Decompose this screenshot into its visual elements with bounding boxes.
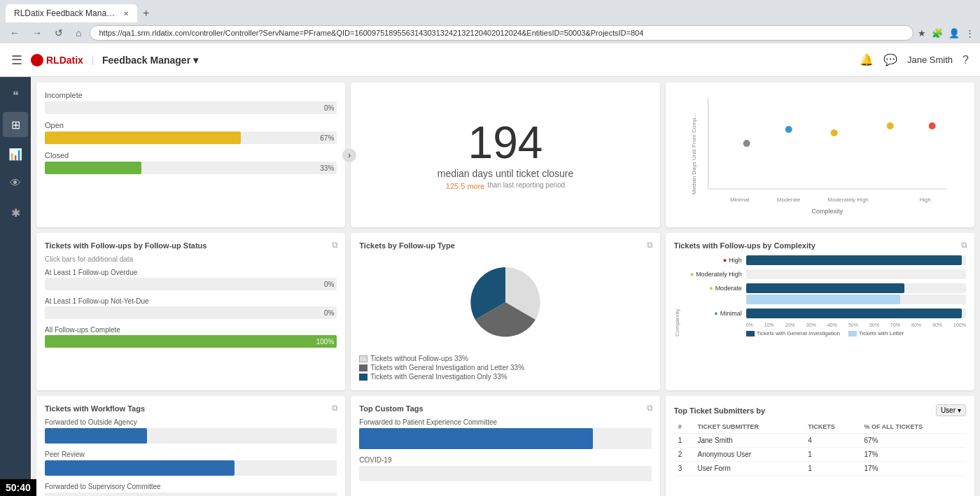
sidebar-item-asterisk[interactable]: ✱ bbox=[3, 200, 28, 225]
tab-title: RLDatix Feedback Manager v9.0 bbox=[14, 8, 119, 18]
closed-bar bbox=[45, 162, 141, 174]
notifications-icon[interactable]: 🔔 bbox=[860, 53, 874, 66]
sidebar-item-grid[interactable]: ⊞ bbox=[3, 112, 28, 137]
followup-overdue-pct: 0% bbox=[324, 281, 334, 288]
legend-label-1: Tickets without Follow-ups 33% bbox=[370, 355, 468, 362]
wf-bar-container-1 bbox=[45, 428, 337, 444]
complexity-high-bar-container bbox=[746, 255, 966, 265]
custom-tags-card: Top Custom Tags ⧉ Forwarded to Patient E… bbox=[351, 396, 659, 496]
top-row: Incomplete 0% Open 67% Closed bbox=[31, 77, 980, 227]
followup-complete-bar-container: 100% bbox=[45, 335, 337, 348]
col-rank: # bbox=[674, 420, 694, 434]
pie-chart bbox=[449, 257, 561, 348]
user-name[interactable]: Jane Smith bbox=[907, 55, 953, 65]
sidebar-item-chart[interactable]: 📊 bbox=[3, 141, 28, 166]
pie-container bbox=[359, 257, 651, 348]
tab-close-btn[interactable]: ✕ bbox=[123, 10, 129, 17]
complexity-bars-area: ●High ●Moderately High bbox=[683, 255, 966, 336]
scatter-point-2[interactable] bbox=[785, 126, 792, 133]
chevron-right-icon[interactable]: › bbox=[342, 148, 356, 162]
followup-notyet-label: At Least 1 Follow-up Not-Yet-Due bbox=[45, 297, 337, 305]
main-layout: ❝ ⊞ 📊 👁 ✱ Incomplete 0% Open bbox=[0, 77, 980, 496]
scatter-point-4[interactable] bbox=[886, 122, 893, 129]
nav-icons: ★ 🧩 👤 ⋮ bbox=[918, 28, 974, 38]
followup-notyet-pct: 0% bbox=[324, 309, 334, 317]
card-icon-workflow[interactable]: ⧉ bbox=[332, 403, 338, 413]
app-title[interactable]: Feedback Manager ▾ bbox=[102, 55, 198, 66]
incomplete-pct: 0% bbox=[324, 104, 334, 112]
table-row[interactable]: 3 User Form 1 17% bbox=[674, 462, 966, 476]
ct-label-1: Forwarded to Patient Experience Committe… bbox=[359, 418, 651, 426]
wf-bar-container-3 bbox=[45, 493, 337, 496]
complexity-title: Tickets with Follow-ups by Complexity bbox=[674, 241, 966, 250]
complexity-mod-bar-1 bbox=[746, 283, 904, 293]
complexity-high-bar bbox=[746, 255, 962, 265]
submitters-card: Top Ticket Submitters by User ▾ # TICKET… bbox=[666, 396, 974, 496]
complexity-legend: Tickets with General Investigation Ticke… bbox=[683, 330, 966, 336]
complexity-card: Tickets with Follow-ups by Complexity ⧉ … bbox=[666, 233, 974, 390]
row-1-pct: 67% bbox=[860, 434, 966, 448]
help-icon[interactable]: ? bbox=[962, 54, 969, 66]
legend-color-2 bbox=[359, 364, 368, 371]
wf-label-3: Forwarded to Supervisory Committee bbox=[45, 483, 337, 490]
complexity-mod-bar-container-1 bbox=[746, 283, 966, 293]
legend-item-3: Tickets with General Investigation Only … bbox=[359, 373, 651, 381]
active-tab[interactable]: RLDatix Feedback Manager v9.0 ✕ bbox=[6, 4, 137, 22]
complexity-legend-color-1 bbox=[746, 331, 755, 336]
card-icon-follow-up-type[interactable]: ⧉ bbox=[647, 240, 653, 250]
address-bar[interactable] bbox=[90, 25, 913, 41]
extensions-icon[interactable]: 🧩 bbox=[932, 28, 943, 38]
svg-text:Moderate: Moderate bbox=[776, 197, 800, 203]
wf-bar-1 bbox=[45, 428, 147, 444]
card-icon-complexity[interactable]: ⧉ bbox=[961, 240, 967, 250]
submitters-title: Top Ticket Submitters by bbox=[674, 406, 765, 415]
followup-complete-pct: 100% bbox=[316, 338, 335, 346]
closed-pct: 33% bbox=[320, 164, 334, 172]
menu-icon[interactable]: ⋮ bbox=[965, 28, 974, 38]
closed-bar-container: 33% bbox=[45, 162, 337, 174]
sidebar-item-quotes[interactable]: ❝ bbox=[3, 83, 28, 108]
complexity-y-axis-label: Complexity bbox=[674, 255, 680, 336]
account-icon[interactable]: 👤 bbox=[948, 28, 960, 38]
table-row[interactable]: 2 Anonymous User 1 17% bbox=[674, 448, 966, 462]
card-icon-follow-up-status[interactable]: ⧉ bbox=[332, 240, 338, 250]
submitters-dropdown[interactable]: User ▾ bbox=[936, 404, 966, 416]
followup-overdue-bar-container: 0% bbox=[45, 278, 337, 290]
hamburger-menu[interactable]: ☰ bbox=[11, 52, 22, 68]
ct-row-2: COVID-19 bbox=[359, 456, 651, 481]
complexity-mod-row-2 bbox=[683, 295, 966, 304]
reload-button[interactable]: ↺ bbox=[50, 26, 67, 40]
scatter-point-1[interactable] bbox=[743, 140, 750, 147]
card-icon-custom-tags[interactable]: ⧉ bbox=[647, 403, 653, 413]
row-3-rank: 3 bbox=[674, 462, 694, 476]
ct-bar-1 bbox=[359, 428, 593, 449]
back-button[interactable]: ← bbox=[6, 26, 24, 40]
open-bar bbox=[45, 132, 241, 144]
complexity-high-row: ●High bbox=[683, 255, 966, 265]
scatter-svg: Median Days Until From Comp... Minimal M… bbox=[674, 91, 966, 217]
median-subsub: than last reporting period bbox=[488, 181, 566, 189]
col-tickets: TICKETS bbox=[804, 420, 860, 434]
followup-overdue-label: At Least 1 Follow-up Overdue bbox=[45, 269, 337, 276]
home-button[interactable]: ⌂ bbox=[71, 26, 85, 40]
bookmark-icon[interactable]: ★ bbox=[918, 28, 926, 38]
scatter-point-5[interactable] bbox=[928, 122, 935, 129]
scatter-card: Median Days Until From Comp... Minimal M… bbox=[666, 83, 974, 227]
status-bars-card: Incomplete 0% Open 67% Closed bbox=[36, 83, 345, 227]
complexity-legend-label-1: Tickets with General Investigation bbox=[757, 330, 840, 336]
table-row[interactable]: 1 Jane Smith 4 67% bbox=[674, 434, 966, 448]
forward-button[interactable]: → bbox=[28, 26, 46, 40]
complexity-legend-color-2 bbox=[848, 331, 857, 336]
wf-bar-2 bbox=[45, 460, 234, 476]
new-tab-button[interactable]: + bbox=[137, 4, 155, 22]
sidebar-item-eye[interactable]: 👁 bbox=[3, 171, 28, 196]
row-3-name: User Form bbox=[694, 462, 804, 476]
complexity-min-bar-container bbox=[746, 309, 966, 318]
follow-up-type-card: Tickets by Follow-up Type ⧉ bbox=[351, 233, 659, 390]
median-number: 194 bbox=[468, 120, 543, 165]
row-3-pct: 17% bbox=[860, 462, 966, 476]
closed-label: Closed bbox=[45, 151, 337, 160]
median-label: median days until ticket closure bbox=[438, 168, 574, 179]
chat-icon[interactable]: 💬 bbox=[883, 53, 897, 66]
scatter-point-3[interactable] bbox=[830, 129, 837, 136]
